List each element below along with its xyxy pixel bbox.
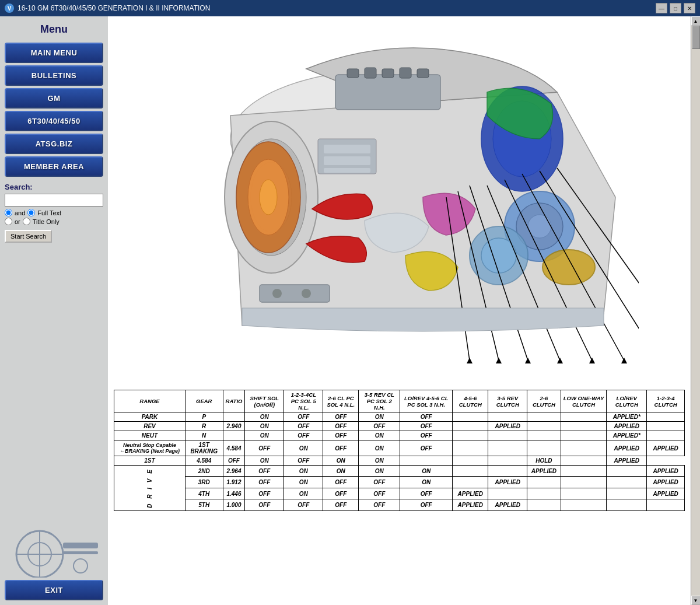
search-input[interactable] xyxy=(5,194,103,207)
exit-button[interactable]: EXIT xyxy=(5,580,103,600)
or-radio[interactable] xyxy=(5,218,12,225)
svg-rect-50 xyxy=(260,285,330,302)
svg-rect-28 xyxy=(417,69,429,78)
col-c6: 1-2-3-4 CLUTCH xyxy=(647,390,685,412)
close-button[interactable]: ✕ xyxy=(684,3,695,13)
table-row: D R I V E2ND2.964OFFONONONONAPPLIEDAPPLI… xyxy=(114,466,685,477)
and-label: and xyxy=(15,209,25,216)
col-s1: 1-2-3-4CL PC SOL 5 N.L. xyxy=(284,390,323,412)
menu-title: Menu xyxy=(5,21,103,40)
table-row: 1ST4.584OFFONOFFONONHOLDAPPLIED xyxy=(114,456,685,466)
col-c3: 2-6 CLUTCH xyxy=(527,390,561,412)
svg-point-14 xyxy=(260,180,277,215)
vertical-scrollbar[interactable]: ▲ ▼ xyxy=(691,16,700,605)
svg-rect-26 xyxy=(382,69,394,78)
col-ratio: RATIO xyxy=(223,390,245,412)
search-section: Search: and Full Text or Title Only Star… xyxy=(5,179,103,245)
clutch-table-area: RANGE GEAR RATIO SHIFT SOL (On/Off) 1-2-… xyxy=(108,390,691,517)
table-row: 5TH1.000OFFOFFOFFOFFOFFAPPLIEDAPPLIED xyxy=(114,499,685,510)
minimize-button[interactable]: — xyxy=(656,3,667,13)
search-options: and Full Text or Title Only xyxy=(5,209,103,225)
table-row: PARKPONOFFOFFONOFFAPPLIED* xyxy=(114,412,685,422)
main-menu-button[interactable]: MAIN MENU xyxy=(5,43,103,63)
svg-rect-49 xyxy=(324,168,370,173)
6t-button[interactable]: 6T30/40/45/50 xyxy=(5,111,103,131)
gm-button[interactable]: GM xyxy=(5,88,103,109)
search-label: Search: xyxy=(5,183,103,191)
table-row: NEUTNONOFFOFFONOFFAPPLIED* xyxy=(114,431,685,440)
col-c2: 3-5 REV CLUTCH xyxy=(488,390,527,412)
window-title: 16-10 GM 6T30/40/45/50 GENERATION I & II… xyxy=(18,4,210,12)
col-c4: LOW ONE-WAY CLUTCH xyxy=(561,390,607,412)
member-area-button[interactable]: MEMBER AREA xyxy=(5,156,103,177)
scroll-up-arrow[interactable]: ▲ xyxy=(691,16,701,26)
range-cell: PARK xyxy=(114,412,186,422)
col-s4: LO/REV 4-5-6 CL PC SOL 3 N.H. xyxy=(400,390,453,412)
table-row: 3RD1.912OFFONOFFOFFONAPPLIEDAPPLIED xyxy=(114,477,685,488)
app-icon: V xyxy=(5,4,14,13)
svg-rect-27 xyxy=(400,68,411,78)
clutch-application-table: RANGE GEAR RATIO SHIFT SOL (On/Off) 1-2-… xyxy=(114,390,685,511)
svg-rect-24 xyxy=(347,69,359,78)
fulltext-radio[interactable] xyxy=(27,209,35,216)
table-row: REVR2.940ONOFFOFFOFFOFFAPPLIEDAPPLIED xyxy=(114,422,685,431)
fulltext-label: Full Text xyxy=(37,209,61,216)
col-s2: 2-6 CL PC SOL 4 N.L. xyxy=(323,390,359,412)
col-range: RANGE xyxy=(114,390,186,412)
atsg-button[interactable]: ATSG.BIZ xyxy=(5,134,103,154)
transmission-image-area: CLUTCH xyxy=(108,16,691,390)
table-row: Neutral Stop Capable ←BRAKING (Next Page… xyxy=(114,440,685,456)
title-bar: V 16-10 GM 6T30/40/45/50 GENERATION I & … xyxy=(0,0,700,16)
svg-rect-5 xyxy=(63,551,98,554)
svg-rect-48 xyxy=(324,156,370,165)
svg-rect-25 xyxy=(365,68,376,78)
maximize-button[interactable]: □ xyxy=(670,3,681,13)
scroll-down-arrow[interactable]: ▼ xyxy=(691,596,701,605)
and-radio[interactable] xyxy=(5,209,12,216)
svg-point-22 xyxy=(542,250,595,285)
col-shift: SHIFT SOL (On/Off) xyxy=(245,390,284,412)
titleonly-radio[interactable] xyxy=(23,218,30,225)
svg-point-52 xyxy=(302,289,311,298)
sidebar: Menu MAIN MENU BULLETINS GM 6T30/40/45/5… xyxy=(0,16,108,605)
window-controls: — □ ✕ xyxy=(656,3,695,13)
svg-rect-47 xyxy=(324,145,370,153)
content-area[interactable]: CLUTCH xyxy=(108,16,691,605)
scroll-thumb[interactable] xyxy=(692,26,700,49)
svg-point-51 xyxy=(272,289,282,298)
transmission-diagram: CLUTCH xyxy=(160,22,639,384)
scroll-track[interactable] xyxy=(691,26,700,596)
or-label: or xyxy=(15,218,20,225)
table-row: 4TH1.446OFFONOFFOFFOFFAPPLIEDAPPLIED xyxy=(114,488,685,499)
svg-point-6 xyxy=(74,559,88,573)
svg-rect-4 xyxy=(63,543,98,548)
titleonly-label: Title Only xyxy=(33,218,60,225)
col-s3: 3-5 REV CL PC SOL 2 N.H. xyxy=(359,390,400,412)
col-c5: LO/REV CLUTCH xyxy=(607,390,647,412)
bulletins-button[interactable]: BULLETINS xyxy=(5,65,103,86)
col-c1: 4-5-6 CLUTCH xyxy=(453,390,488,412)
col-gear: GEAR xyxy=(185,390,223,412)
svg-rect-23 xyxy=(335,75,440,110)
start-search-button[interactable]: Start Search xyxy=(5,230,52,243)
